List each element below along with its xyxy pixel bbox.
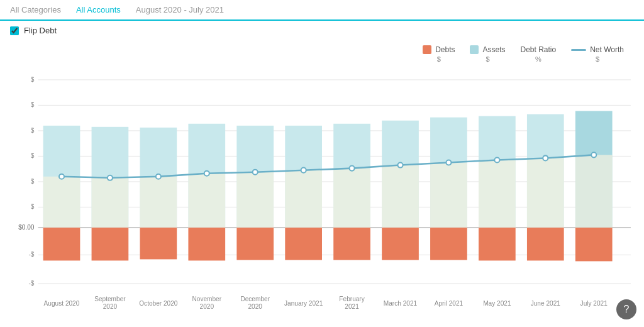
debt-bar-jun2021 — [527, 228, 564, 261]
svg-text:$: $ — [31, 101, 35, 108]
networth-fill-oct — [140, 177, 177, 228]
debt-bar-jan2021 — [285, 228, 322, 260]
networth-dot-may — [494, 157, 499, 162]
debt-bar-feb2021 — [333, 228, 370, 260]
svg-text:$: $ — [31, 127, 35, 134]
networth-fill-sep — [92, 178, 129, 228]
svg-text:2020: 2020 — [200, 303, 214, 310]
networth-dot-dec — [253, 170, 258, 175]
networth-fill-mar — [382, 165, 419, 228]
debts-unit: $ — [437, 55, 441, 63]
svg-text:2021: 2021 — [345, 303, 359, 310]
svg-text:January 2021: January 2021 — [284, 300, 323, 307]
assets-color-icon — [470, 45, 479, 54]
chart-svg: $ $ $ $ $ $ $0.00 -$ -$ — [10, 65, 634, 311]
debt-ratio-label: Debt Ratio — [521, 45, 557, 54]
debts-color-icon — [423, 45, 431, 54]
networth-fill-apr — [430, 163, 467, 228]
svg-text:March 2021: March 2021 — [384, 300, 418, 307]
debt-bar-apr2021 — [430, 228, 467, 260]
networth-fill-nov — [188, 174, 225, 228]
debt-bar-mar2021 — [382, 228, 419, 260]
networth-fill-jan — [285, 170, 322, 228]
debt-bar-sep2020 — [92, 228, 129, 261]
net-worth-line-icon — [571, 49, 586, 51]
networth-dot-apr — [446, 160, 451, 165]
networth-fill-jul — [575, 155, 613, 227]
svg-text:September: September — [94, 296, 126, 302]
svg-text:$: $ — [31, 76, 35, 83]
networth-fill-aug — [43, 177, 80, 228]
debt-bar-dec2020 — [236, 228, 274, 260]
chart-legend: Debts $ Assets $ Debt Ratio % Net Worth … — [10, 45, 634, 63]
networth-dot-feb — [350, 166, 355, 171]
chart-container: Debts $ Assets $ Debt Ratio % Net Worth … — [0, 40, 644, 323]
svg-text:November: November — [192, 296, 221, 302]
svg-text:April 2021: April 2021 — [435, 300, 464, 307]
nav-all-accounts[interactable]: All Accounts — [76, 5, 121, 14]
legend-assets: Assets $ — [470, 45, 505, 63]
debts-label: Debts — [435, 45, 455, 54]
debt-ratio-unit: % — [535, 55, 541, 63]
svg-text:June 2021: June 2021 — [531, 300, 561, 307]
svg-text:August 2020: August 2020 — [44, 300, 80, 307]
assets-label: Assets — [482, 45, 505, 54]
svg-text:2020: 2020 — [248, 303, 262, 310]
legend-debts: Debts $ — [423, 45, 455, 63]
svg-text:$: $ — [31, 152, 35, 159]
net-worth-unit: $ — [596, 55, 599, 63]
assets-unit: $ — [486, 55, 489, 63]
legend-debt-ratio: Debt Ratio % — [521, 45, 557, 63]
networth-dot-oct — [156, 174, 161, 179]
networth-dot-jan — [301, 168, 306, 173]
legend-net-worth: Net Worth $ — [571, 45, 624, 63]
svg-text:October 2020: October 2020 — [139, 300, 178, 307]
help-button[interactable]: ? — [616, 299, 636, 319]
networth-fill-dec — [236, 172, 274, 228]
networth-dot-jul — [591, 152, 596, 157]
svg-text:$: $ — [31, 203, 35, 210]
svg-text:-$: -$ — [28, 280, 34, 287]
networth-dot-jun — [543, 155, 548, 160]
flip-debt-label: Flip Debt — [24, 26, 57, 35]
debt-bar-oct2020 — [140, 228, 177, 260]
networth-fill-jun — [527, 158, 564, 227]
nav-date-range[interactable]: August 2020 - July 2021 — [136, 5, 224, 14]
svg-text:May 2021: May 2021 — [483, 300, 511, 307]
networth-fill-feb — [333, 169, 370, 228]
svg-text:-$: -$ — [28, 251, 34, 258]
svg-text:July 2021: July 2021 — [580, 300, 608, 307]
net-worth-label: Net Worth — [590, 45, 624, 54]
chart-area: $ $ $ $ $ $ $0.00 -$ -$ — [10, 65, 634, 311]
nav-all-categories[interactable]: All Categories — [10, 5, 61, 14]
svg-text:2020: 2020 — [103, 303, 118, 310]
top-nav-bar: All Categories All Accounts August 2020 … — [0, 0, 644, 21]
networth-dot-nov — [204, 171, 209, 176]
svg-text:February: February — [339, 296, 365, 302]
debt-bar-may2021 — [479, 228, 516, 261]
networth-dot-aug — [59, 174, 64, 179]
debt-bar-nov2020 — [188, 228, 225, 261]
flip-debt-row: Flip Debt — [0, 21, 644, 40]
networth-fill-may — [479, 160, 516, 227]
networth-dot-sep — [108, 175, 113, 180]
debt-bar-aug2020 — [43, 228, 80, 261]
svg-text:$: $ — [31, 178, 35, 185]
flip-debt-checkbox[interactable] — [10, 26, 19, 35]
svg-text:$0.00: $0.00 — [18, 224, 35, 231]
debt-bar-jul2021 — [575, 228, 613, 262]
networth-dot-mar — [397, 163, 402, 168]
svg-text:December: December — [240, 296, 270, 302]
